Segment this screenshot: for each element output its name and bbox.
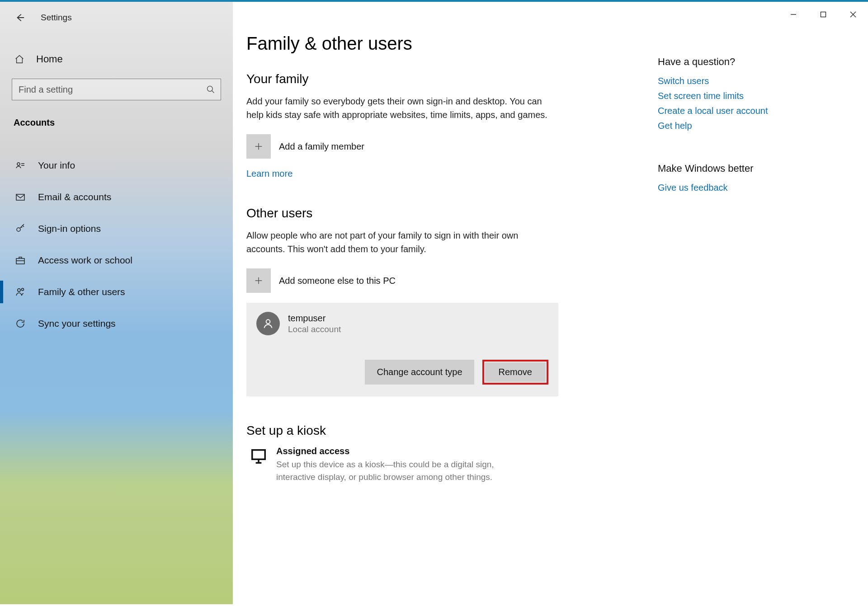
home-label: Home <box>36 53 63 65</box>
mail-icon <box>14 192 27 202</box>
add-family-label: Add a family member <box>279 141 364 152</box>
svg-point-3 <box>17 228 20 231</box>
link-screen-time[interactable]: Set screen time limits <box>658 91 811 101</box>
window-title: Settings <box>41 13 72 23</box>
remove-highlight: Remove <box>482 360 548 385</box>
sidebar-item-label: Email & accounts <box>38 192 111 202</box>
settings-sidebar: Settings Home Accounts Your info <box>0 2 233 604</box>
link-give-feedback[interactable]: Give us feedback <box>658 183 811 193</box>
settings-nav: Your info Email & accounts Sign-in optio… <box>0 150 233 339</box>
user-type: Local account <box>288 324 341 334</box>
family-heading: Your family <box>246 72 567 86</box>
svg-point-7 <box>266 319 270 324</box>
svg-point-5 <box>18 289 20 291</box>
briefcase-icon <box>14 255 27 266</box>
question-heading: Have a question? <box>658 56 811 68</box>
link-switch-users[interactable]: Switch users <box>658 76 811 86</box>
sidebar-item-sync[interactable]: Sync your settings <box>0 308 233 339</box>
search-input[interactable] <box>12 79 201 100</box>
svg-rect-6 <box>821 12 826 17</box>
svg-rect-8 <box>252 450 265 460</box>
user-name: tempuser <box>288 313 341 324</box>
sidebar-item-label: Your info <box>38 160 75 171</box>
people-icon <box>14 287 27 297</box>
learn-more-link[interactable]: Learn more <box>246 169 292 179</box>
sidebar-item-email[interactable]: Email & accounts <box>0 181 233 213</box>
svg-point-0 <box>208 86 213 92</box>
svg-rect-4 <box>16 258 24 264</box>
page-title: Family & other users <box>246 33 567 54</box>
other-desc: Allow people who are not part of your fa… <box>246 229 554 256</box>
monitor-icon <box>246 446 271 465</box>
kiosk-desc: Set up this device as a kiosk—this could… <box>276 458 529 483</box>
maximize-button[interactable] <box>808 5 838 24</box>
add-other-label: Add someone else to this PC <box>279 276 396 286</box>
remove-button[interactable]: Remove <box>485 362 546 382</box>
section-other-users: Other users Allow people who are not par… <box>246 206 567 396</box>
sidebar-item-your-info[interactable]: Your info <box>0 150 233 181</box>
link-create-local-user[interactable]: Create a local user account <box>658 106 811 116</box>
change-account-type-button[interactable]: Change account type <box>365 360 474 385</box>
key-icon <box>14 223 27 234</box>
plus-icon <box>246 134 271 159</box>
sidebar-item-label: Sync your settings <box>38 318 116 329</box>
kiosk-heading: Set up a kiosk <box>246 423 567 438</box>
home-icon <box>13 54 26 64</box>
feedback-heading: Make Windows better <box>658 163 811 174</box>
close-icon <box>849 11 857 18</box>
add-family-member[interactable]: Add a family member <box>246 134 567 159</box>
plus-icon <box>246 268 271 293</box>
minimize-icon <box>790 11 797 18</box>
home-nav[interactable]: Home <box>0 46 233 72</box>
search-icon <box>201 85 221 94</box>
sidebar-item-label: Access work or school <box>38 255 132 266</box>
assigned-access[interactable]: Assigned access Set up this device as a … <box>246 446 567 483</box>
search-box[interactable] <box>12 79 221 100</box>
sidebar-item-family[interactable]: Family & other users <box>0 276 233 308</box>
close-button[interactable] <box>838 5 868 24</box>
sidebar-item-work-school[interactable]: Access work or school <box>0 244 233 276</box>
section-kiosk: Set up a kiosk Assigned access Set up th… <box>246 423 567 483</box>
sidebar-item-label: Family & other users <box>38 287 125 297</box>
sidebar-item-label: Sign-in options <box>38 223 101 234</box>
section-your-family: Your family Add your family so everybody… <box>246 72 567 179</box>
link-get-help[interactable]: Get help <box>658 121 811 131</box>
sync-icon <box>14 318 27 329</box>
avatar <box>256 312 280 335</box>
add-other-user[interactable]: Add someone else to this PC <box>246 268 567 293</box>
help-pane: Have a question? Switch users Set screen… <box>658 33 811 604</box>
person-icon <box>262 318 274 329</box>
other-heading: Other users <box>246 206 567 221</box>
sidebar-item-signin[interactable]: Sign-in options <box>0 213 233 244</box>
family-desc: Add your family so everybody gets their … <box>246 94 554 122</box>
svg-point-1 <box>17 163 20 165</box>
minimize-button[interactable] <box>778 5 808 24</box>
svg-rect-2 <box>16 194 24 200</box>
user-card[interactable]: tempuser Local account Change account ty… <box>246 303 558 396</box>
back-button[interactable] <box>12 9 28 26</box>
window-controls <box>778 5 868 24</box>
arrow-left-icon <box>15 13 25 23</box>
category-heading: Accounts <box>0 110 233 136</box>
kiosk-title: Assigned access <box>276 446 529 456</box>
maximize-icon <box>820 11 827 18</box>
person-card-icon <box>14 160 27 171</box>
